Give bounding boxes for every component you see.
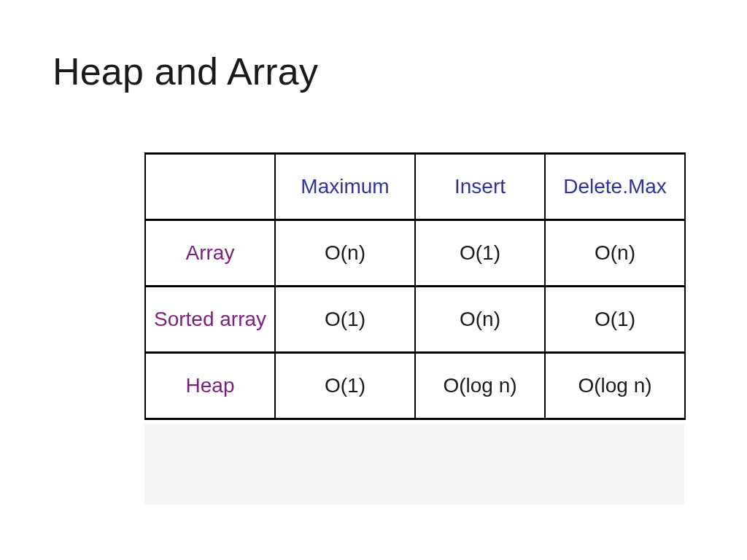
slide-title: Heap and Array <box>53 51 318 93</box>
cell: O(log n) <box>545 353 685 419</box>
col-header-deletemax: Delete.Max <box>545 154 685 220</box>
table-row: Heap O(1) O(log n) O(log n) <box>145 353 685 419</box>
cell: O(n) <box>545 220 685 287</box>
row-header-array: Array <box>145 220 275 287</box>
cell: O(1) <box>415 220 545 287</box>
row-header-sorted-array: Sorted array <box>145 287 275 353</box>
cell: O(n) <box>415 287 545 353</box>
col-header-insert: Insert <box>415 154 545 220</box>
table-header-row: Maximum Insert Delete.Max <box>145 154 685 220</box>
col-header-maximum: Maximum <box>275 154 415 220</box>
cell: O(n) <box>275 220 415 287</box>
complexity-table: Maximum Insert Delete.Max Array O(n) O(1… <box>144 152 686 420</box>
table-row: Array O(n) O(1) O(n) <box>145 220 685 287</box>
row-header-heap: Heap <box>145 353 275 419</box>
cell: O(log n) <box>415 353 545 419</box>
bottom-strip <box>144 424 684 505</box>
cell: O(1) <box>545 287 685 353</box>
cell: O(1) <box>275 287 415 353</box>
slide: Heap and Array Maximum Insert Delete.Max… <box>0 0 747 560</box>
table-row: Sorted array O(1) O(n) O(1) <box>145 287 685 353</box>
cell: O(1) <box>275 353 415 419</box>
table-corner-cell <box>145 154 275 220</box>
